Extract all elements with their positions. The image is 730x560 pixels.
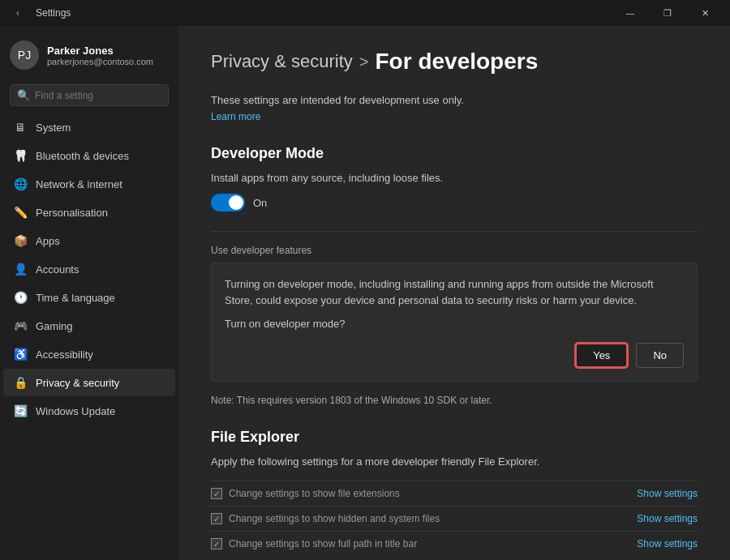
sidebar: PJ Parker Jones parkerjones@contoso.com …	[0, 26, 178, 560]
sidebar-item-label-time: Time & language	[36, 292, 115, 304]
minimize-button[interactable]: —	[612, 0, 649, 26]
time-icon: 🕐	[13, 290, 28, 305]
sidebar-item-label-accounts: Accounts	[36, 263, 79, 276]
file-setting-row: ✓ Change settings to show full path in t…	[211, 531, 698, 556]
sidebar-item-apps[interactable]: 📦 Apps	[3, 227, 175, 254]
sidebar-item-label-system: System	[36, 122, 71, 134]
user-email: parkerjones@contoso.com	[47, 57, 153, 66]
personalisation-icon: ✏️	[13, 205, 28, 220]
sidebar-item-personalisation[interactable]: ✏️ Personalisation	[3, 199, 175, 226]
sidebar-item-network[interactable]: 🌐 Network & internet	[3, 170, 175, 198]
apps-icon: 📦	[13, 233, 28, 248]
sidebar-item-privacy[interactable]: 🔒 Privacy & security	[3, 369, 175, 396]
app-body: PJ Parker Jones parkerjones@contoso.com …	[0, 26, 730, 560]
app-title: Settings	[36, 7, 71, 19]
file-explorer-description: Apply the following settings for a more …	[211, 455, 698, 468]
network-icon: 🌐	[13, 177, 28, 191]
sidebar-item-label-gaming: Gaming	[36, 320, 73, 332]
user-name: Parker Jones	[47, 45, 153, 57]
file-setting-left: ✓ Change settings to show hidden and sys…	[211, 513, 440, 524]
system-icon: 🖥	[13, 120, 28, 135]
gaming-icon: 🎮	[13, 318, 28, 333]
sidebar-item-label-network: Network & internet	[36, 178, 122, 190]
sidebar-item-label-privacy: Privacy & security	[36, 377, 119, 389]
sidebar-item-label-windows-update: Windows Update	[36, 405, 115, 417]
windows-update-icon: 🔄	[13, 404, 28, 418]
breadcrumb-separator: >	[359, 53, 369, 71]
breadcrumb-current: For developers	[376, 49, 539, 75]
sidebar-item-accessibility[interactable]: ♿ Accessibility	[3, 340, 175, 368]
show-settings-link-2[interactable]: Show settings	[637, 538, 698, 549]
window-controls: — ❐ ✕	[612, 0, 724, 26]
learn-more-link[interactable]: Learn more	[211, 111, 698, 122]
search-icon: 🔍	[17, 89, 30, 101]
developer-mode-description: Install apps from any source, including …	[211, 172, 698, 184]
file-explorer-title: File Explorer	[211, 429, 698, 446]
warning-box: Turning on developer mode, including ins…	[211, 263, 698, 382]
search-box[interactable]: 🔍	[10, 84, 169, 106]
search-input[interactable]	[35, 90, 161, 101]
sidebar-item-accounts[interactable]: 👤 Accounts	[3, 255, 175, 283]
file-setting-row: ✓ Change settings to show hidden and sys…	[211, 506, 698, 531]
file-setting-left: ✓ Change settings to show file extension…	[211, 488, 400, 499]
user-section[interactable]: PJ Parker Jones parkerjones@contoso.com	[0, 32, 178, 78]
checkbox-icon[interactable]: ✓	[211, 488, 222, 499]
breadcrumb-parent[interactable]: Privacy & security	[211, 51, 353, 72]
show-settings-link-0[interactable]: Show settings	[637, 488, 698, 499]
nav-list: 🖥 System 🦷 Bluetooth & devices 🌐 Network…	[0, 113, 178, 425]
accounts-icon: 👤	[13, 262, 28, 276]
file-settings-list: ✓ Change settings to show file extension…	[211, 481, 698, 556]
developer-mode-toggle[interactable]	[211, 194, 245, 212]
sidebar-item-label-accessibility: Accessibility	[36, 348, 93, 361]
sidebar-item-system[interactable]: 🖥 System	[3, 113, 175, 141]
dialog-buttons: Yes No	[225, 343, 684, 368]
file-setting-row: ✓ Change settings to show file extension…	[211, 481, 698, 506]
developer-mode-title: Developer Mode	[211, 145, 698, 162]
page-subtitle: These settings are intended for developm…	[211, 94, 698, 106]
warning-text: Turning on developer mode, including ins…	[225, 276, 684, 308]
main-panel: Privacy & security > For developers Thes…	[178, 26, 730, 560]
sidebar-item-label-apps: Apps	[36, 235, 60, 247]
show-settings-link-1[interactable]: Show settings	[637, 513, 698, 524]
privacy-icon: 🔒	[13, 375, 28, 390]
sidebar-item-label-bluetooth: Bluetooth & devices	[36, 150, 129, 162]
checkbox-icon[interactable]: ✓	[211, 513, 222, 524]
dev-features-label: Use developer features	[211, 231, 698, 256]
maximize-button[interactable]: ❐	[649, 0, 686, 26]
sidebar-item-windows-update[interactable]: 🔄 Windows Update	[3, 397, 175, 425]
file-setting-text: Change settings to show hidden and syste…	[229, 513, 440, 524]
sidebar-item-label-personalisation: Personalisation	[36, 207, 108, 219]
accessibility-icon: ♿	[13, 347, 28, 361]
avatar: PJ	[10, 41, 39, 70]
file-setting-text: Change settings to show file extensions	[229, 488, 400, 499]
yes-button[interactable]: Yes	[575, 343, 628, 368]
back-button[interactable]: ‹	[6, 2, 29, 24]
warning-question: Turn on developer mode?	[225, 318, 684, 330]
checkbox-icon[interactable]: ✓	[211, 538, 222, 549]
title-bar: ‹ Settings — ❐ ✕	[0, 0, 730, 26]
bluetooth-icon: 🦷	[13, 148, 28, 163]
sidebar-item-gaming[interactable]: 🎮 Gaming	[3, 312, 175, 340]
sidebar-item-bluetooth[interactable]: 🦷 Bluetooth & devices	[3, 142, 175, 169]
file-explorer-section: File Explorer Apply the following settin…	[211, 429, 698, 556]
sdk-note: Note: This requires version 1803 of the …	[211, 395, 698, 406]
file-setting-left: ✓ Change settings to show full path in t…	[211, 538, 417, 549]
toggle-knob	[229, 195, 243, 210]
user-info: Parker Jones parkerjones@contoso.com	[47, 45, 153, 66]
file-setting-text: Change settings to show full path in tit…	[229, 538, 417, 549]
developer-mode-toggle-row: On	[211, 194, 698, 212]
toggle-state-label: On	[253, 197, 267, 209]
close-button[interactable]: ✕	[686, 0, 724, 26]
sidebar-item-time[interactable]: 🕐 Time & language	[3, 284, 175, 311]
breadcrumb: Privacy & security > For developers	[211, 49, 698, 75]
no-button[interactable]: No	[636, 343, 684, 368]
